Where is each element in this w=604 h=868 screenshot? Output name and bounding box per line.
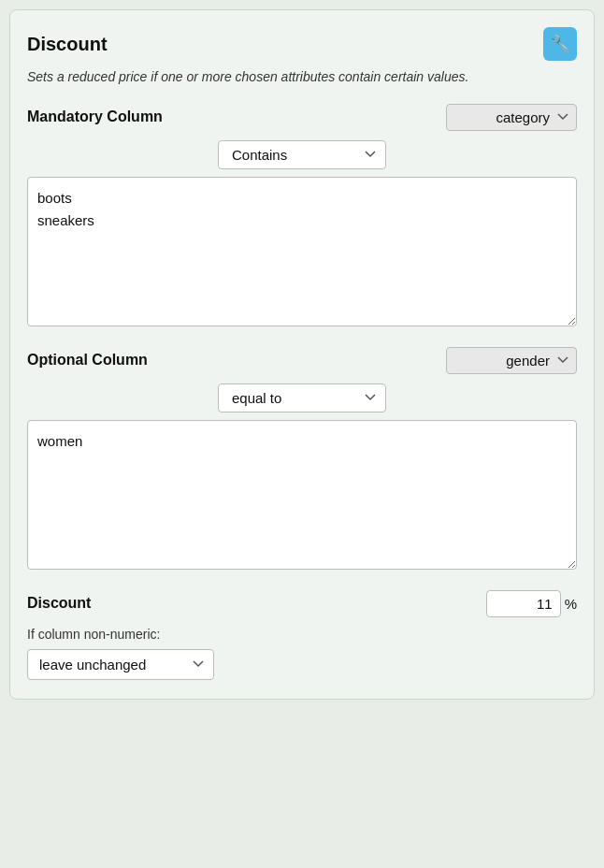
mandatory-column-select[interactable]: category brand type name (446, 104, 577, 131)
mandatory-column-row: Mandatory Column category brand type nam… (27, 104, 577, 131)
discount-card: Discount 🔧 Sets a reduced price if one o… (9, 9, 595, 700)
discount-input[interactable] (486, 590, 561, 617)
wrench-button[interactable]: 🔧 (543, 27, 577, 61)
non-numeric-label: If column non-numeric: (27, 627, 577, 642)
discount-row: Discount % (27, 590, 577, 617)
percent-symbol: % (565, 596, 577, 612)
optional-column-row: Optional Column gender color size brand (27, 347, 577, 374)
discount-label: Discount (27, 595, 91, 612)
optional-operator-row: equal to not equal to contains starts wi… (27, 383, 577, 412)
card-description: Sets a reduced price if one or more chos… (27, 68, 577, 87)
card-header: Discount 🔧 (27, 27, 577, 61)
optional-column-select[interactable]: gender color size brand (446, 347, 577, 374)
optional-column-label: Optional Column (27, 352, 148, 369)
mandatory-operator-select[interactable]: Contains Starts with Ends with Equal to … (218, 140, 386, 169)
card-title: Discount (27, 34, 108, 55)
mandatory-operator-row: Contains Starts with Ends with Equal to … (27, 140, 577, 169)
mandatory-column-label: Mandatory Column (27, 108, 163, 125)
discount-input-group: % (486, 590, 577, 617)
optional-operator-select[interactable]: equal to not equal to contains starts wi… (218, 383, 386, 412)
leave-unchanged-select[interactable]: leave unchanged set to zero set to disco… (27, 649, 214, 680)
optional-textarea[interactable]: women (27, 420, 577, 570)
mandatory-textarea[interactable]: boots sneakers (27, 177, 577, 326)
wrench-icon: 🔧 (550, 34, 570, 54)
